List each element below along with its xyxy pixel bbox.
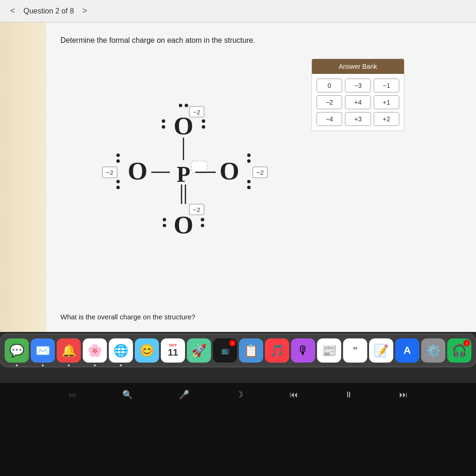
molecule-area: O −2 O −2	[60, 59, 293, 254]
answer-bank-header: Answer Bank	[312, 59, 404, 74]
answer-chip-pos2[interactable]: +2	[374, 112, 399, 126]
svg-text:O: O	[219, 157, 239, 185]
answer-chip-neg2[interactable]: −2	[317, 95, 342, 109]
svg-point-22	[247, 180, 251, 183]
svg-text:−2: −2	[106, 169, 113, 176]
kb-rewind[interactable]: ⏮	[285, 387, 303, 403]
svg-rect-19	[192, 161, 207, 173]
dock-finder[interactable]: 😊	[135, 338, 159, 363]
svg-point-23	[247, 186, 251, 189]
next-button[interactable]: >	[79, 4, 90, 18]
svg-text:O: O	[128, 157, 147, 185]
prev-button[interactable]: <	[7, 4, 18, 18]
dock-mail-dot	[42, 364, 44, 366]
answer-chip-pos3[interactable]: +3	[345, 112, 370, 126]
svg-point-3	[162, 125, 165, 128]
answer-chip-neg4[interactable]: −4	[317, 112, 342, 126]
dock-messages[interactable]: 💬	[5, 338, 29, 363]
svg-point-0	[179, 104, 182, 107]
dock-photos-dot	[94, 364, 96, 366]
svg-point-30	[163, 218, 166, 221]
kb-siri[interactable]: ☽	[231, 387, 248, 403]
kb-label: ꜱᴏ	[64, 389, 80, 401]
dock-photos[interactable]: 🌸	[83, 338, 107, 363]
svg-point-33	[201, 224, 204, 227]
kb-search[interactable]: 🔍	[118, 387, 137, 403]
diagram-container: O −2 O −2	[60, 59, 453, 308]
svg-text:−2: −2	[257, 169, 264, 176]
keyboard-media-row: ꜱᴏ 🔍 🎤 ☽ ⏮ ⏸ ⏭	[0, 383, 476, 406]
dock-launchpad[interactable]: 🚀	[187, 338, 211, 363]
dock-reminder-dot	[68, 364, 70, 366]
dock: 💬 ✉️ 🔔 🌸 🌐 😊 OCT 11 🚀 📺	[0, 334, 476, 367]
dock-mail[interactable]: ✉️	[31, 338, 55, 363]
svg-point-20	[247, 153, 251, 157]
svg-point-10	[116, 153, 119, 157]
svg-text:−2: −2	[193, 109, 200, 116]
dock-files[interactable]: 📋	[239, 338, 263, 363]
svg-point-11	[116, 159, 119, 163]
dock-text[interactable]: "	[343, 338, 367, 363]
dock-area: 💬 ✉️ 🔔 🌸 🌐 😊 OCT 11 🚀 📺	[0, 332, 476, 383]
answer-bank: Answer Bank 0 −3 −1 −2 +4 +1 −4 +3 +2	[311, 59, 404, 131]
svg-point-5	[202, 125, 205, 128]
answer-chip-0[interactable]: 0	[317, 79, 342, 93]
answer-chip-pos4[interactable]: +4	[345, 95, 370, 109]
dock-news[interactable]: 📰	[317, 338, 341, 363]
svg-point-13	[116, 186, 119, 189]
svg-point-21	[247, 159, 251, 163]
molecule-svg: O −2 O −2	[60, 59, 293, 254]
question-counter: Question 2 of 8	[24, 7, 74, 15]
answer-chip-pos1[interactable]: +1	[374, 95, 399, 109]
dock-music[interactable]: 🎵	[265, 338, 289, 363]
svg-point-1	[185, 104, 188, 107]
left-strip	[0, 22, 46, 332]
content-area: Determine the formal charge on each atom…	[0, 22, 476, 332]
dock-systemprefs[interactable]: ⚙️	[421, 338, 445, 363]
svg-text:−2: −2	[193, 206, 200, 213]
dock-chrome-dot	[120, 364, 122, 366]
dock-chrome[interactable]: 🌐	[109, 338, 133, 363]
kb-fastforward[interactable]: ⏭	[395, 387, 412, 403]
svg-text:P: P	[177, 162, 191, 186]
answer-chip-neg3[interactable]: −3	[345, 79, 370, 93]
top-bar: < Question 2 of 8 >	[0, 0, 476, 22]
dock-messages-dot	[16, 364, 18, 366]
answer-bank-grid: 0 −3 −1 −2 +4 +1 −4 +3 +2	[312, 74, 404, 131]
svg-point-2	[162, 119, 165, 123]
bottom-question: What is the overall charge on the struct…	[60, 308, 453, 323]
keyboard-area: ꜱᴏ 🔍 🎤 ☽ ⏮ ⏸ ⏭	[0, 383, 476, 476]
dock-calendar[interactable]: OCT 11	[161, 338, 185, 363]
svg-point-4	[202, 119, 205, 123]
kb-playpause[interactable]: ⏸	[340, 387, 357, 403]
dock-podcasts[interactable]: 🎙	[291, 338, 315, 363]
svg-point-12	[116, 180, 119, 183]
dock-appstore[interactable]: A	[395, 338, 419, 363]
svg-point-31	[163, 224, 166, 227]
question-text: Determine the formal charge on each atom…	[60, 36, 453, 45]
svg-point-32	[201, 218, 204, 221]
dock-appletv[interactable]: 📺 2	[213, 338, 237, 363]
answer-chip-neg1[interactable]: −1	[374, 79, 399, 93]
dock-spotify[interactable]: 🎧 1	[447, 338, 471, 363]
kb-mic[interactable]: 🎤	[174, 387, 194, 403]
dock-reminder[interactable]: 🔔	[57, 338, 81, 363]
dock-pages[interactable]: 📝	[369, 338, 393, 363]
